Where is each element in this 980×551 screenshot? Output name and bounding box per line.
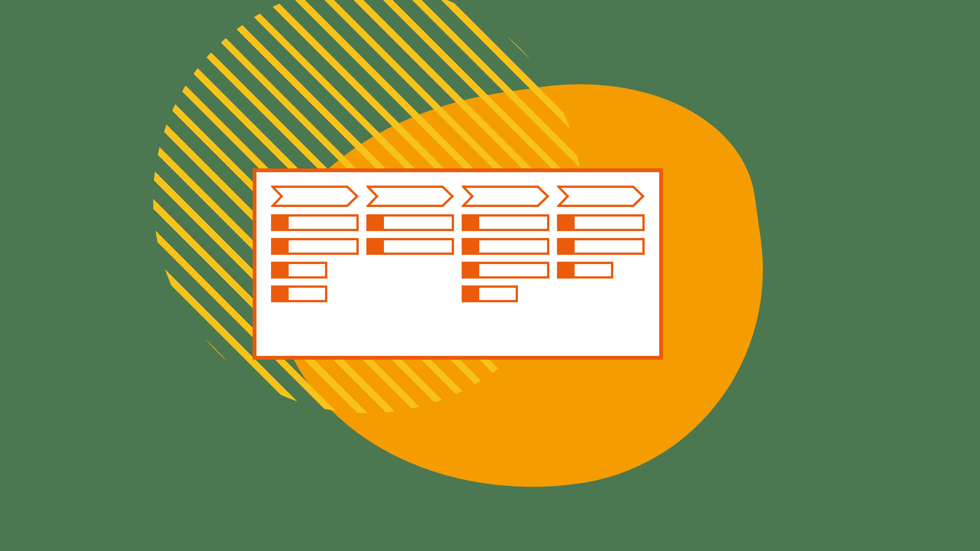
kanban-card: [557, 214, 645, 231]
kanban-card: [462, 285, 518, 302]
kanban-card: [462, 238, 549, 255]
kanban-card: [271, 214, 359, 231]
column-header-chevron-icon: [271, 185, 359, 207]
kanban-card: [557, 262, 613, 279]
kanban-card: [366, 238, 454, 255]
card-color-swatch: [369, 240, 384, 253]
card-color-swatch: [273, 264, 289, 276]
kanban-card: [271, 262, 327, 279]
kanban-card: [271, 285, 327, 302]
card-color-swatch: [273, 240, 289, 253]
card-color-swatch: [464, 240, 479, 253]
kanban-card: [271, 238, 359, 255]
card-color-swatch: [559, 217, 575, 229]
column-header-chevron-icon: [462, 185, 549, 207]
card-color-swatch: [464, 264, 479, 276]
kanban-column: [557, 185, 645, 343]
card-color-swatch: [273, 288, 289, 300]
kanban-card: [462, 214, 549, 231]
kanban-column: [271, 185, 359, 343]
card-color-swatch: [464, 217, 479, 229]
kanban-column: [366, 185, 454, 343]
column-header-chevron-icon: [366, 185, 454, 207]
card-color-swatch: [369, 217, 384, 229]
card-color-swatch: [273, 217, 289, 229]
kanban-card: [462, 262, 549, 279]
column-header-chevron-icon: [557, 185, 645, 207]
card-color-swatch: [559, 264, 575, 276]
kanban-card: [557, 238, 645, 255]
kanban-columns: [271, 185, 645, 343]
kanban-panel: [253, 168, 663, 360]
card-color-swatch: [559, 240, 575, 253]
kanban-column: [462, 185, 549, 343]
card-color-swatch: [464, 288, 479, 300]
kanban-card: [366, 214, 454, 231]
illustration-stage: [0, 0, 980, 551]
